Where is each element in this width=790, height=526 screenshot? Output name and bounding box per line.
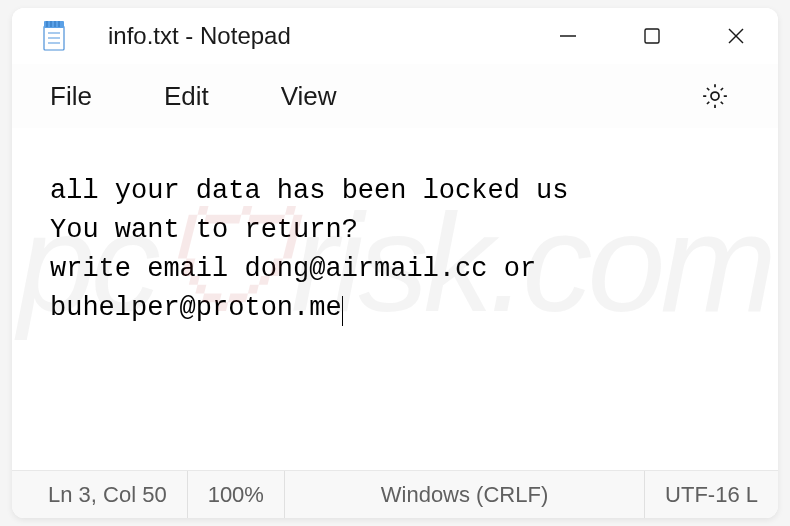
status-cursor-position[interactable]: Ln 3, Col 50 — [12, 471, 188, 518]
menu-file[interactable]: File — [50, 81, 92, 112]
close-button[interactable] — [694, 8, 778, 64]
menubar: File Edit View — [12, 64, 778, 128]
titlebar: info.txt - Notepad — [12, 8, 778, 64]
text-cursor — [342, 296, 343, 326]
settings-button[interactable] — [700, 81, 730, 111]
menu-view[interactable]: View — [281, 81, 337, 112]
editor-content: all your data has been locked us You wan… — [50, 176, 568, 323]
minimize-button[interactable] — [526, 8, 610, 64]
notepad-window: info.txt - Notepad File Edit View all yo… — [12, 8, 778, 518]
maximize-button[interactable] — [610, 8, 694, 64]
svg-rect-10 — [645, 29, 659, 43]
window-controls — [526, 8, 778, 64]
status-encoding[interactable]: UTF-16 L — [645, 471, 778, 518]
svg-point-13 — [711, 92, 719, 100]
status-line-ending[interactable]: Windows (CRLF) — [285, 471, 645, 518]
status-zoom[interactable]: 100% — [188, 471, 285, 518]
text-editor[interactable]: all your data has been locked us You wan… — [12, 128, 778, 470]
statusbar: Ln 3, Col 50 100% Windows (CRLF) UTF-16 … — [12, 470, 778, 518]
window-title: info.txt - Notepad — [108, 22, 291, 50]
menu-edit[interactable]: Edit — [164, 81, 209, 112]
notepad-app-icon — [40, 22, 68, 50]
